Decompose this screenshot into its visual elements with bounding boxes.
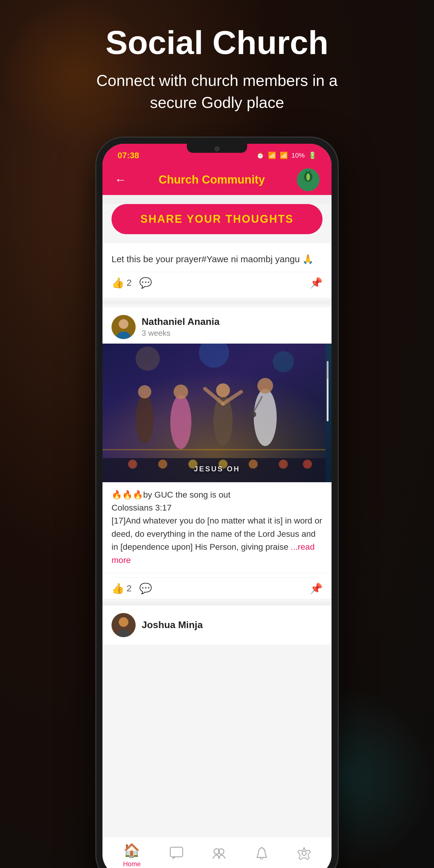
user-info-joshua: Joshua Minja [142, 619, 203, 630]
svg-point-10 [135, 347, 160, 371]
post-card-3-partial: Joshua Minja [102, 606, 332, 645]
battery-indicator: 10% [291, 152, 305, 159]
avatar-image-nathaniel [112, 315, 135, 339]
post-2-header: Nathaniel Anania 3 weeks [102, 307, 332, 344]
status-time: 07:38 [118, 151, 139, 160]
content-wrapper: Social Church Connect with church member… [0, 0, 434, 868]
phone-screen: 07:38 ⏰ 📶 📶 10% 🔋 ← Church Community [102, 144, 332, 868]
svg-point-14 [135, 395, 154, 443]
video-caption: JESUS OH [194, 465, 240, 473]
messages-icon [170, 846, 183, 864]
svg-point-33 [303, 460, 312, 469]
svg-point-22 [254, 389, 277, 446]
post-1-actions: 👍 2 💬 📌 [112, 272, 322, 289]
nav-home-label: Home [123, 860, 141, 868]
pin-icon-2[interactable]: 📌 [310, 582, 322, 594]
card-divider-2 [102, 602, 332, 606]
svg-point-2 [307, 173, 310, 181]
pin-icon-1[interactable]: 📌 [310, 277, 322, 289]
joshua-avatar-svg [112, 613, 135, 637]
hero-subtitle: Connect with church members in a secure … [82, 70, 352, 114]
bottom-navigation: 🏠 Home [102, 837, 332, 868]
comment-icon-2: 💬 [139, 582, 152, 594]
video-scene: JESUS OH [102, 344, 332, 482]
nav-settings[interactable] [298, 846, 311, 864]
user-info-nathaniel: Nathaniel Anania 3 weeks [142, 316, 219, 338]
alarm-icon: ⏰ [256, 152, 264, 159]
comment-button-2[interactable]: 💬 [139, 582, 152, 594]
share-thoughts-button[interactable]: SHARE YOUR THOUGHTS [112, 204, 322, 234]
app-header: ← Church Community [102, 165, 332, 195]
svg-point-31 [249, 460, 258, 469]
svg-point-25 [250, 411, 256, 417]
post-card-1: Let this be your prayer#Yawe ni maombj y… [102, 243, 332, 298]
svg-point-28 [158, 460, 167, 469]
phone-outer-frame: 07:38 ⏰ 📶 📶 10% 🔋 ← Church Community [96, 138, 338, 868]
community-icon [212, 846, 226, 864]
svg-point-16 [170, 395, 191, 449]
like-count-2: 2 [127, 583, 132, 593]
svg-point-12 [273, 351, 294, 372]
avatar-image-joshua [112, 613, 135, 637]
card-divider-1 [102, 301, 332, 304]
video-thumbnail[interactable]: JESUS OH [102, 344, 332, 482]
svg-point-27 [128, 460, 137, 469]
bell-icon [255, 846, 269, 860]
like-button-2[interactable]: 👍 2 [112, 582, 132, 594]
svg-point-32 [279, 460, 288, 469]
home-icon: 🏠 [123, 842, 140, 858]
stage-scene-svg [102, 344, 326, 482]
phone-mockup: 07:38 ⏰ 📶 📶 10% 🔋 ← Church Community [96, 138, 338, 868]
post-2-actions: 👍 2 💬 📌 [102, 572, 332, 599]
svg-point-23 [257, 378, 273, 394]
people-icon [212, 846, 226, 860]
avatar[interactable] [297, 168, 319, 191]
user-avatar-joshua [112, 613, 135, 637]
post-2-body: 🔥🔥🔥by GUC the song is out Colossians 3:1… [102, 482, 332, 572]
comment-icon-1: 💬 [139, 277, 152, 289]
back-button[interactable]: ← [115, 173, 127, 187]
like-icon-1: 👍 [112, 277, 124, 289]
svg-point-35 [119, 617, 128, 627]
nav-messages[interactable] [170, 846, 183, 864]
battery-icon: 🔋 [308, 152, 316, 159]
post-card-2: Nathaniel Anania 3 weeks [102, 307, 332, 599]
post-2-body-text: 🔥🔥🔥by GUC the song is out Colossians 3:1… [112, 488, 322, 567]
user-time-nathaniel: 3 weeks [142, 329, 219, 338]
camera-dot [214, 146, 220, 152]
page-title: Church Community [158, 173, 265, 186]
post-2-action-row: 👍 2 💬 📌 [112, 578, 322, 594]
post-1-text: Let this be your prayer#Yawe ni maombj y… [112, 252, 322, 266]
avatar-icon [297, 168, 319, 191]
user-name-joshua: Joshua Minja [142, 619, 203, 630]
like-button-1[interactable]: 👍 2 [112, 277, 132, 289]
svg-point-41 [302, 851, 306, 855]
svg-point-17 [174, 384, 188, 399]
svg-point-6 [119, 319, 128, 329]
status-icons: ⏰ 📶 📶 10% 🔋 [256, 152, 316, 159]
notification-icon [255, 846, 269, 864]
gear-icon [298, 846, 311, 860]
app-content: SHARE YOUR THOUGHTS Let this be your pra… [102, 204, 332, 837]
settings-icon [298, 846, 311, 864]
scrollbar[interactable] [327, 361, 329, 421]
nav-home[interactable]: 🏠 Home [123, 842, 141, 868]
hero-title: Social Church [105, 24, 329, 61]
nathaniel-avatar-svg [112, 315, 135, 339]
like-icon-2: 👍 [112, 582, 124, 594]
signal-icon: 📶 [280, 152, 288, 159]
svg-rect-37 [170, 847, 183, 857]
nav-notifications[interactable] [255, 846, 269, 864]
svg-point-19 [216, 383, 230, 397]
scrollbar-thumb[interactable] [327, 361, 329, 379]
svg-rect-26 [102, 449, 326, 450]
nav-community[interactable] [212, 846, 226, 864]
chat-bubble-icon [170, 846, 183, 860]
post-1-action-left: 👍 2 💬 [112, 277, 152, 289]
svg-point-15 [138, 385, 151, 398]
like-count-1: 2 [127, 278, 132, 288]
user-avatar-nathaniel [112, 315, 135, 339]
share-thoughts-label: SHARE YOUR THOUGHTS [141, 213, 293, 225]
user-name-nathaniel: Nathaniel Anania [142, 316, 219, 327]
comment-button-1[interactable]: 💬 [139, 277, 152, 289]
